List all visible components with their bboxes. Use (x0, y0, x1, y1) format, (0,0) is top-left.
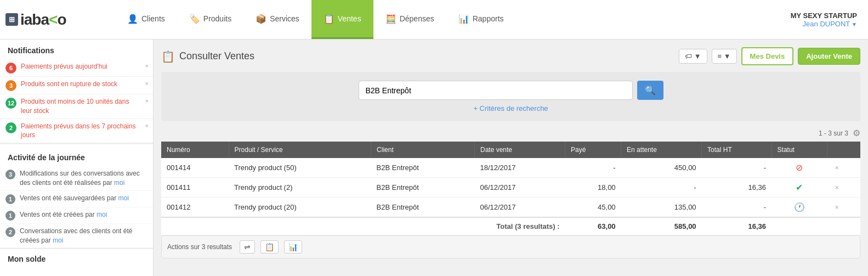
sidebar: Notifications 6 Paiements prévus aujourd… (0, 40, 154, 276)
activity-link-2[interactable]: moi (118, 194, 128, 202)
nav-item-ventes[interactable]: 📋 Ventes (311, 0, 373, 39)
search-area: 🔍 + Critères de recherche (161, 72, 860, 121)
action-icon-btn-3[interactable]: 📊 (284, 240, 302, 254)
activity-text-2: Ventes ont été sauvegardées par moi (20, 194, 129, 203)
activity-link-1[interactable]: moi (114, 179, 124, 187)
action-icon-btn-2[interactable]: 📋 (260, 240, 279, 254)
col-numero: Numéro (161, 142, 229, 158)
row1-en-attente: 450,00 (621, 158, 702, 178)
row2-date: 06/12/2017 (474, 178, 565, 198)
rapports-icon: 📊 (458, 14, 469, 24)
row3-close[interactable]: × (827, 198, 860, 218)
nav-item-services[interactable]: 📦 Services (243, 0, 311, 39)
row2-total-ht: 16,36 (702, 178, 772, 198)
notification-badge-3: 12 (5, 98, 16, 109)
tag-button[interactable]: 🏷 ▼ (679, 49, 707, 64)
col-paye: Payé (565, 142, 621, 158)
nav-item-clients[interactable]: 👤 Clients (115, 0, 177, 39)
row3-total-ht: - (702, 198, 772, 218)
nav-label-depenses: Dépenses (400, 14, 434, 23)
activity-section: Activité de la journée 3 Modifications s… (0, 143, 153, 248)
menu-button[interactable]: ≡ ▼ (712, 49, 737, 64)
activity-link-3[interactable]: moi (97, 211, 107, 218)
activity-link-4[interactable]: moi (53, 236, 63, 244)
total-empty (771, 217, 860, 235)
clock-icon: 🕐 (794, 202, 805, 212)
activity-badge-2: 1 (5, 194, 15, 204)
mes-devis-button[interactable]: Mes Devis (741, 47, 794, 65)
search-row: 🔍 (170, 81, 852, 100)
main-content: 📋 Consulter Ventes 🏷 ▼ ≡ ▼ Mes Devis Ajo… (154, 40, 868, 276)
action-icon-btn-1[interactable]: ⇌ (240, 240, 255, 254)
notification-item-4[interactable]: 2 Paiements prévus dans les 7 prochains … (0, 119, 153, 144)
total-ht: 16,36 (702, 217, 772, 235)
search-button[interactable]: 🔍 (637, 81, 663, 100)
notification-close-3[interactable]: × (145, 98, 149, 104)
row1-numero[interactable]: 001414 (161, 158, 229, 178)
data-table: Numéro Produit / Service Client Date ven… (161, 142, 860, 235)
logo-text: iaba<o (20, 11, 66, 29)
row2-produit[interactable]: Trendy product (2) (229, 178, 371, 198)
row3-statut: 🕐 (771, 198, 827, 218)
table-header-row: 1 - 3 sur 3 ⚙ (161, 128, 860, 138)
notification-badge-1: 6 (5, 63, 16, 74)
col-produit: Produit / Service (229, 142, 371, 158)
notification-item-3[interactable]: 12 Produits ont moins de 10 unités dans … (0, 94, 153, 119)
pagination-text: 1 - 3 sur 3 (819, 129, 848, 137)
row1-close[interactable]: × (827, 158, 860, 178)
col-statut: Statut (771, 142, 827, 158)
row1-paye: - (565, 158, 621, 178)
nav-item-depenses[interactable]: 🧮 Dépenses (373, 0, 446, 39)
row1-date: 18/12/2017 (474, 158, 565, 178)
activity-item-1: 3 Modifications sur des conversations av… (0, 166, 153, 191)
table-row: 001412 Trendy product (20) B2B Entrepôt … (161, 198, 860, 218)
nav-label-produits: Produits (203, 14, 231, 23)
produits-icon: 🏷️ (189, 14, 200, 24)
row3-produit[interactable]: Trendy product (20) (229, 198, 371, 218)
col-en-attente: En attente (621, 142, 702, 158)
search-criteria-link[interactable]: + Critères de recherche (473, 104, 548, 112)
ventes-icon: 📋 (324, 14, 334, 24)
warning-icon: ⊘ (796, 163, 803, 172)
nav-label-services: Services (270, 14, 299, 23)
col-date: Date vente (474, 142, 565, 158)
nav-item-rapports[interactable]: 📊 Rapports (446, 0, 516, 39)
row3-numero[interactable]: 001412 (161, 198, 229, 218)
notification-close-1[interactable]: × (145, 63, 149, 69)
activity-badge-3: 1 (5, 211, 15, 221)
total-paye: 63,00 (565, 217, 621, 235)
row1-total-ht: - (702, 158, 772, 178)
activity-title: Activité de la journée (0, 147, 153, 166)
notification-item-2[interactable]: 3 Produits sont en rupture de stock × (0, 77, 153, 94)
row3-date: 06/12/2017 (474, 198, 565, 218)
row1-statut: ⊘ (771, 158, 827, 178)
notification-close-4[interactable]: × (145, 122, 149, 129)
mon-solde-title: Mon solde (0, 248, 153, 267)
row1-produit[interactable]: Trendy product (50) (229, 158, 371, 178)
actions-bar-label: Actions sur 3 resultats (167, 243, 232, 251)
user-name-dropdown[interactable]: Jean DUPONT (791, 20, 857, 28)
main-layout: Notifications 6 Paiements prévus aujourd… (0, 40, 868, 276)
services-icon: 📦 (256, 14, 266, 24)
ajouter-vente-button[interactable]: Ajouter Vente (798, 48, 860, 65)
row3-close-icon[interactable]: × (835, 204, 839, 211)
page-title-icon: 📋 (161, 50, 175, 63)
activity-badge-1: 3 (5, 170, 15, 179)
notification-item-1[interactable]: 6 Paiements prévus aujourd'hui × (0, 59, 153, 77)
nav-items: 👤 Clients 🏷️ Produits 📦 Services 📋 Vente… (115, 0, 791, 39)
row2-numero[interactable]: 001411 (161, 178, 229, 198)
page-header: 📋 Consulter Ventes 🏷 ▼ ≡ ▼ Mes Devis Ajo… (161, 47, 860, 65)
page-title-text: Consulter Ventes (179, 50, 254, 62)
nav-item-produits[interactable]: 🏷️ Produits (177, 0, 243, 39)
row3-client: B2B Entrepôt (371, 198, 475, 218)
row2-close-icon[interactable]: × (835, 184, 839, 191)
settings-icon[interactable]: ⚙ (853, 128, 860, 138)
notification-close-2[interactable]: × (145, 80, 149, 87)
search-input[interactable] (359, 81, 633, 100)
row2-en-attente: - (621, 178, 702, 198)
user-area: MY SEXY STARTUP Jean DUPONT (791, 12, 863, 28)
row2-close[interactable]: × (827, 178, 860, 198)
row1-close-icon[interactable]: × (835, 164, 839, 172)
logo-box-icon: ⊞ (5, 13, 18, 26)
company-name: MY SEXY STARTUP (791, 12, 857, 20)
